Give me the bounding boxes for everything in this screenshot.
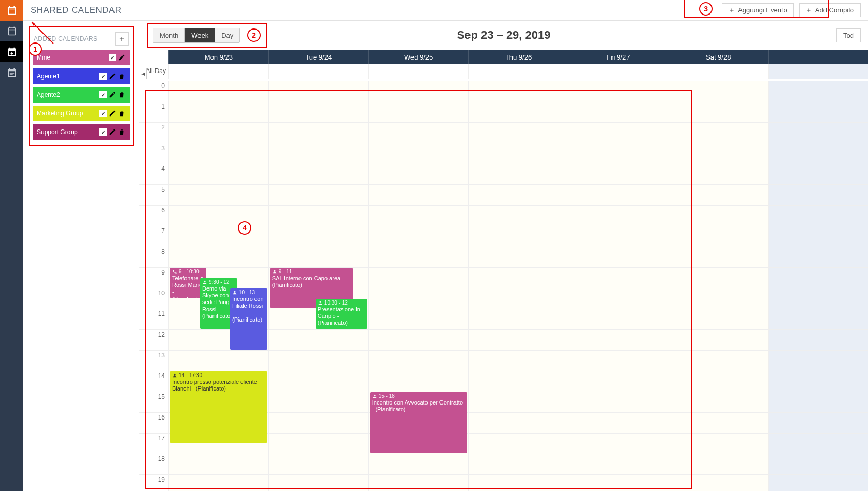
event-time: 9 - 11 bbox=[279, 269, 292, 275]
event-time: 10:30 - 12 bbox=[324, 300, 348, 306]
day-header-cell: Wed 9/25 bbox=[368, 50, 468, 64]
pencil-icon[interactable] bbox=[109, 110, 116, 117]
calendar-icon bbox=[7, 26, 17, 36]
event-title: Presentazione in Cariplo - (Pianificato) bbox=[318, 306, 365, 327]
add-event-button[interactable]: Aggiungi Evento bbox=[722, 3, 794, 17]
pencil-icon[interactable] bbox=[109, 128, 116, 136]
calendar-icon bbox=[7, 5, 17, 16]
arrow-annotation bbox=[27, 19, 59, 45]
calendar-checkbox[interactable]: ✔ bbox=[99, 110, 107, 117]
sidebar: 1 ADDED CALENDARS Mine ✔ Agente1 ✔ bbox=[23, 21, 139, 491]
hour-label: 4 bbox=[139, 164, 168, 185]
nav-item-cal1[interactable] bbox=[0, 21, 23, 41]
event-title: SAL interno con Capo area - (Pianificato… bbox=[272, 275, 351, 288]
day-header-cell: Fri 9/27 bbox=[568, 50, 668, 64]
trash-icon[interactable] bbox=[118, 110, 125, 117]
nav-item-list[interactable] bbox=[0, 62, 23, 83]
allday-cell[interactable] bbox=[168, 64, 268, 79]
allday-cell[interactable] bbox=[568, 64, 668, 79]
view-month-button[interactable]: Month bbox=[153, 28, 184, 42]
calendar-name: Agente1 bbox=[37, 73, 99, 80]
event-title: Incontro presso potenziale cliente Bianc… bbox=[172, 379, 265, 392]
calendar-name: Support Group bbox=[37, 128, 99, 136]
calendar-event[interactable]: 10 - 13Incontro con Filiale Rossi - (Pia… bbox=[230, 288, 267, 350]
plus-icon bbox=[806, 7, 812, 13]
calendar-name: Marketing Group bbox=[37, 110, 99, 117]
event-time: 9 - 10:30 bbox=[179, 269, 199, 275]
pencil-icon[interactable] bbox=[109, 73, 116, 80]
allday-cell[interactable] bbox=[368, 64, 468, 79]
trash-icon[interactable] bbox=[118, 91, 125, 98]
view-day-button[interactable]: Day bbox=[215, 28, 239, 42]
hour-label: 19 bbox=[139, 475, 168, 491]
calendar-event[interactable]: 14 - 17:30Incontro presso potenziale cli… bbox=[170, 371, 267, 443]
day-column[interactable] bbox=[468, 81, 568, 491]
day-column[interactable] bbox=[568, 81, 668, 491]
event-time: 10 - 13 bbox=[239, 290, 255, 296]
allday-cell[interactable] bbox=[268, 64, 368, 79]
calendar-name: Mine bbox=[37, 54, 109, 61]
calendar-area: Month Week Day 2 Sep 23 – 29, 2019 Tod ◂… bbox=[139, 21, 868, 491]
callout-4: 4 bbox=[238, 221, 251, 235]
calendar-name: Agente2 bbox=[37, 91, 99, 98]
calendar-event[interactable]: 10:30 - 12Presentazione in Cariplo - (Pi… bbox=[316, 299, 367, 329]
nav-rail bbox=[0, 0, 23, 491]
trash-icon[interactable] bbox=[118, 128, 125, 136]
calendar-item[interactable]: Agente1 ✔ bbox=[33, 68, 130, 84]
hour-label: 6 bbox=[139, 206, 168, 226]
plus-icon bbox=[118, 35, 125, 42]
allday-cell[interactable] bbox=[668, 64, 768, 79]
day-header-cell: Sat 9/28 bbox=[668, 50, 768, 64]
day-column[interactable]: 9 - 10:30Telefonare a Rossi Mario - (Pia… bbox=[168, 81, 268, 491]
person-icon bbox=[172, 373, 177, 378]
date-range: Sep 23 – 29, 2019 bbox=[457, 28, 550, 42]
calendar-checkbox[interactable]: ✔ bbox=[99, 91, 107, 98]
person-icon bbox=[272, 269, 277, 275]
event-title: Incontro con Avvocato per Contratto - (P… bbox=[372, 399, 465, 413]
today-button[interactable]: Tod bbox=[836, 28, 861, 42]
callout-2: 2 bbox=[247, 28, 261, 42]
hour-label: 15 bbox=[139, 392, 168, 413]
hour-label: 5 bbox=[139, 185, 168, 206]
calendar-checkbox[interactable]: ✔ bbox=[109, 54, 116, 61]
titlebar: SHARED CALENDAR 3 Aggiungi Evento Add Co… bbox=[23, 0, 868, 21]
person-icon bbox=[202, 280, 207, 285]
event-time: 15 - 18 bbox=[379, 393, 395, 399]
trash-icon[interactable] bbox=[118, 73, 125, 80]
view-switch: Month Week Day bbox=[153, 28, 240, 43]
event-title: Telefonare a Rossi Mario - (Pianificato) bbox=[172, 275, 204, 298]
hour-label: 10 bbox=[139, 288, 168, 309]
hour-label: 0 bbox=[139, 81, 168, 102]
allday-cell[interactable] bbox=[768, 64, 868, 79]
pencil-icon[interactable] bbox=[118, 54, 125, 61]
callout-3: 3 bbox=[699, 2, 713, 16]
page-title: SHARED CALENDAR bbox=[31, 5, 122, 16]
calendar-checkbox[interactable]: ✔ bbox=[99, 73, 107, 80]
calendar-item[interactable]: Marketing Group ✔ bbox=[33, 106, 130, 121]
view-week-button[interactable]: Week bbox=[184, 28, 215, 42]
nav-item-shared[interactable] bbox=[0, 41, 23, 62]
calendar-event[interactable]: 15 - 18Incontro con Avvocato per Contrat… bbox=[370, 392, 467, 453]
calendar-item[interactable]: Agente2 ✔ bbox=[33, 87, 130, 103]
day-column[interactable]: 15 - 18Incontro con Avvocato per Contrat… bbox=[368, 81, 468, 491]
day-header-cell: Mon 9/23 bbox=[168, 50, 268, 64]
hour-label: 14 bbox=[139, 371, 168, 392]
hour-label: 13 bbox=[139, 351, 168, 371]
add-event-label: Aggiungi Evento bbox=[738, 6, 787, 14]
day-header-cell: Thu 9/26 bbox=[468, 50, 568, 64]
event-time: 14 - 17:30 bbox=[179, 372, 202, 379]
calendar-item[interactable]: Mine ✔ bbox=[33, 50, 130, 65]
calendar-checkbox[interactable]: ✔ bbox=[99, 128, 107, 136]
collapse-sidebar-handle[interactable]: ◂ bbox=[139, 68, 147, 79]
pencil-icon[interactable] bbox=[109, 91, 116, 98]
hour-label: 16 bbox=[139, 413, 168, 434]
day-column[interactable] bbox=[668, 81, 768, 491]
nav-brand-icon[interactable] bbox=[0, 0, 23, 21]
calendar-item[interactable]: Support Group ✔ bbox=[33, 124, 130, 140]
day-column[interactable]: 9 - 11SAL interno con Capo area - (Piani… bbox=[268, 81, 368, 491]
event-title: Incontro con Filiale Rossi - (Pianificat… bbox=[232, 296, 265, 323]
allday-cell[interactable] bbox=[468, 64, 568, 79]
add-calendar-button[interactable] bbox=[115, 32, 129, 46]
day-column[interactable] bbox=[768, 81, 868, 491]
add-task-button[interactable]: Add Compito bbox=[799, 3, 861, 17]
